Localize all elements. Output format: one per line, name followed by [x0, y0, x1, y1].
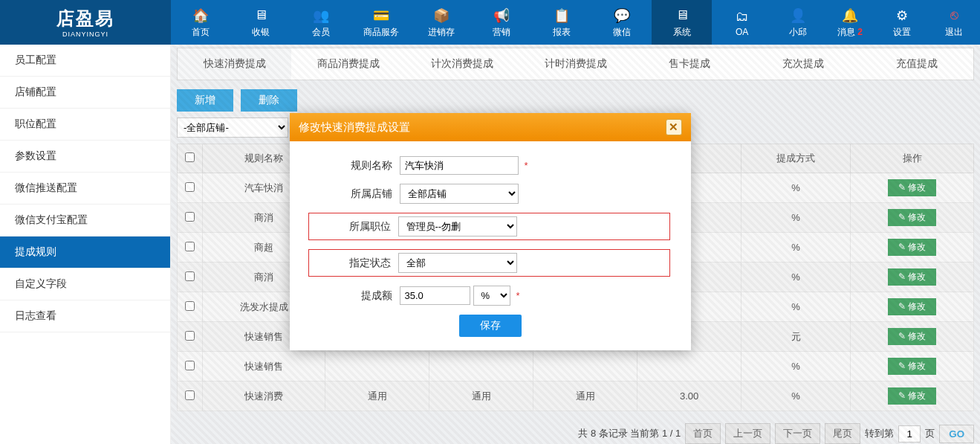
nav-messages[interactable]: 🔔 消息 2	[824, 0, 876, 45]
row-checkbox[interactable]	[185, 182, 195, 192]
nav-item-2[interactable]: 👥会员	[291, 0, 351, 45]
sidebar-item-5[interactable]: 微信支付宝配置	[0, 205, 170, 237]
nav-settings[interactable]: ⚙ 设置	[876, 0, 928, 45]
pager-go[interactable]: GO	[939, 425, 974, 443]
tab-0[interactable]: 快速消费提成	[178, 48, 291, 80]
close-icon[interactable]: ✕	[666, 119, 682, 135]
nav-item-3[interactable]: 💳商品服务	[351, 0, 412, 45]
tab-1[interactable]: 商品消费提成	[291, 48, 405, 80]
edit-button[interactable]: ✎ 修改	[888, 239, 936, 256]
card-icon: 💳	[372, 7, 390, 25]
store-select[interactable]: 全部店铺	[400, 184, 519, 204]
nav-item-8[interactable]: 🖥系统	[652, 0, 712, 45]
nav-item-7[interactable]: 💬微信	[591, 0, 652, 45]
nav-item-1[interactable]: 🖥收银	[231, 0, 291, 45]
dialog-header: 修改快速消费提成设置 ✕	[290, 113, 691, 141]
tab-3[interactable]: 计时消费提成	[519, 48, 632, 80]
nav-item-0[interactable]: 🏠首页	[171, 0, 231, 45]
nav-user[interactable]: 👤 小邱	[772, 0, 824, 45]
sidebar-item-4[interactable]: 微信推送配置	[0, 173, 170, 205]
edit-button[interactable]: ✎ 修改	[888, 179, 936, 196]
cell-c4: 通用	[429, 382, 533, 411]
edit-button[interactable]: ✎ 修改	[888, 298, 936, 315]
nav-item-6[interactable]: 📋报表	[531, 0, 591, 45]
rule-name-input[interactable]	[400, 156, 519, 175]
user-icon: 👤	[789, 7, 807, 25]
nav-label: 会员	[312, 26, 330, 39]
add-button[interactable]: 新增	[177, 89, 233, 112]
tab-5[interactable]: 充次提成	[746, 48, 860, 80]
position-select[interactable]: 管理员--勿删	[398, 216, 517, 237]
store-label: 所属店铺	[311, 187, 400, 201]
dialog-body: 规则名称 * 所属店铺 全部店铺 所属职位 管理员--勿删 指定状态 全部 提成…	[290, 141, 691, 350]
filter-store[interactable]: -全部店铺-	[177, 118, 288, 138]
edit-dialog: 修改快速消费提成设置 ✕ 规则名称 * 所属店铺 全部店铺 所属职位 管理员--…	[290, 113, 691, 350]
pager-next[interactable]: 下一页	[775, 423, 820, 444]
col-6: 提成方式	[742, 144, 851, 173]
sidebar: 员工配置店铺配置职位配置参数设置微信推送配置微信支付宝配置提成规则自定义字段日志…	[0, 45, 171, 444]
edit-button[interactable]: ✎ 修改	[888, 358, 936, 375]
cell-val	[637, 352, 742, 382]
row-checkbox[interactable]	[185, 212, 195, 222]
tab-2[interactable]: 计次消费提成	[405, 48, 519, 80]
row-checkbox[interactable]	[185, 271, 195, 281]
edit-button[interactable]: ✎ 修改	[888, 328, 936, 345]
nav-logout[interactable]: ⎋ 退出	[928, 0, 980, 45]
nav-label: OA	[736, 27, 748, 37]
oa-icon: 🗂	[733, 7, 751, 25]
edit-button[interactable]: ✎ 修改	[888, 268, 936, 286]
status-select[interactable]: 全部	[398, 253, 517, 273]
sidebar-item-6[interactable]: 提成规则	[0, 237, 170, 268]
box-icon: 📦	[432, 7, 450, 25]
tabs: 快速消费提成商品消费提成计次消费提成计时消费提成售卡提成充次提成充值提成	[177, 48, 974, 80]
logo-text: 店盈易	[56, 7, 114, 30]
select-all-checkbox[interactable]	[185, 152, 195, 162]
delete-button[interactable]: 删除	[241, 89, 297, 112]
nav-item-4[interactable]: 📦进销存	[412, 0, 472, 45]
edit-button[interactable]: ✎ 修改	[888, 209, 936, 226]
unit-select[interactable]: %	[473, 286, 510, 306]
cell-c5	[533, 352, 637, 382]
horn-icon: 📢	[493, 7, 510, 25]
row-checkbox[interactable]	[185, 361, 195, 370]
pager-first[interactable]: 首页	[685, 423, 721, 444]
pager-page-input[interactable]	[898, 425, 921, 443]
nav-item-9[interactable]: 🗂OA	[712, 0, 772, 45]
row-checkbox[interactable]	[185, 301, 195, 311]
nav-msg-label: 消息 2	[837, 26, 863, 39]
cell-mode: %	[742, 382, 851, 411]
sidebar-item-8[interactable]: 日志查看	[0, 300, 170, 332]
cell-name: 快速销售	[203, 352, 325, 382]
cell-mode: %	[742, 173, 851, 203]
sidebar-item-1[interactable]: 店铺配置	[0, 77, 170, 109]
wechat-icon: 💬	[613, 7, 631, 25]
cell-mode: %	[742, 352, 851, 382]
row-checkbox[interactable]	[185, 331, 195, 341]
gear-icon: ⚙	[893, 7, 911, 25]
main-nav: 🏠首页🖥收银👥会员💳商品服务📦进销存📢营销📋报表💬微信🖥系统🗂OA	[171, 0, 772, 45]
tab-6[interactable]: 充值提成	[860, 48, 973, 80]
row-checkbox[interactable]	[185, 242, 195, 251]
row-checkbox[interactable]	[185, 390, 195, 400]
sidebar-item-0[interactable]: 员工配置	[0, 45, 170, 77]
status-label: 指定状态	[311, 257, 398, 270]
logo: 店盈易 DIANYINGYI	[0, 0, 171, 45]
pager: 共 8 条记录 当前第 1 / 1 首页 上一页 下一页 尾页 转到第 页 GO	[177, 423, 974, 444]
amount-label: 提成额	[311, 289, 400, 303]
save-button[interactable]: 保存	[459, 315, 522, 337]
pager-last[interactable]: 尾页	[825, 423, 860, 444]
nav-logout-label: 退出	[945, 26, 963, 39]
sidebar-item-7[interactable]: 自定义字段	[0, 268, 170, 300]
clip-icon: 📋	[553, 7, 571, 25]
sidebar-item-3[interactable]: 参数设置	[0, 141, 170, 173]
nav-label: 报表	[553, 26, 571, 39]
sidebar-item-2[interactable]: 职位配置	[0, 109, 170, 141]
edit-button[interactable]: ✎ 修改	[888, 387, 936, 405]
cell-c3: 通用	[325, 382, 429, 411]
tab-4[interactable]: 售卡提成	[632, 48, 746, 80]
pager-prev[interactable]: 上一页	[725, 423, 770, 444]
amount-input[interactable]	[400, 286, 470, 305]
pager-jump-prefix: 转到第	[865, 427, 894, 440]
nav-item-5[interactable]: 📢营销	[472, 0, 532, 45]
topbar: 店盈易 DIANYINGYI 🏠首页🖥收银👥会员💳商品服务📦进销存📢营销📋报表💬…	[0, 0, 980, 45]
